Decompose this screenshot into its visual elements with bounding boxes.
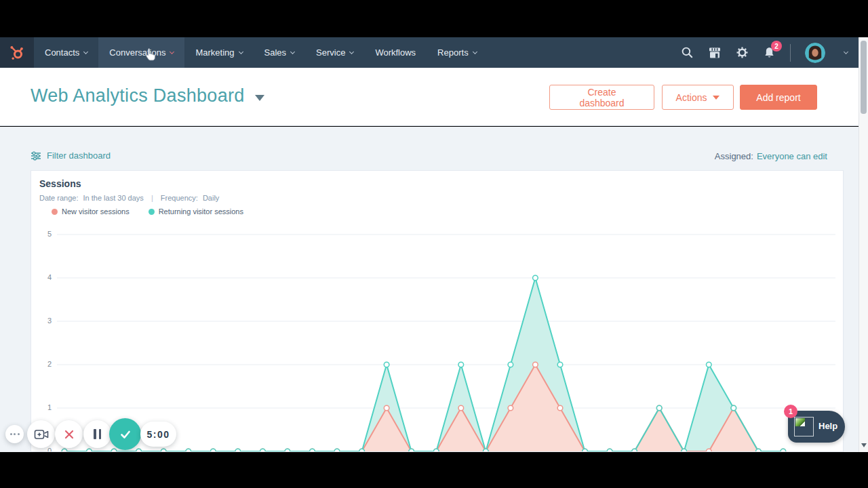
recorder-more-button[interactable] xyxy=(5,425,24,443)
scrollbar-thumb[interactable] xyxy=(861,41,867,114)
check-icon xyxy=(119,428,132,441)
filter-sliders-icon xyxy=(31,151,41,161)
navbar-divider xyxy=(790,44,791,62)
nav-item-label: Conversations xyxy=(109,47,165,58)
screen: Contacts Conversations Marketing Sales S… xyxy=(0,0,868,488)
search-icon[interactable] xyxy=(681,46,694,59)
recorder-timer: 5:00 xyxy=(140,422,176,447)
legend-label: New visitor sessions xyxy=(62,207,130,216)
nav-item-label: Service xyxy=(316,47,345,58)
help-thumbnail-image xyxy=(795,418,805,426)
title-caret-icon xyxy=(255,95,264,101)
chevron-down-icon xyxy=(349,49,354,54)
nav-item-label: Reports xyxy=(437,47,469,58)
recorder-cancel-button[interactable] xyxy=(55,420,83,448)
legend-item-new-visitors[interactable]: New visitor sessions xyxy=(52,207,130,216)
nav-item-workflows[interactable]: Workflows xyxy=(364,37,427,68)
legend-label: Returning visitor sessions xyxy=(159,207,243,216)
assigned-row: Assigned:Everyone can edit xyxy=(715,151,827,161)
report-title: Sessions xyxy=(39,178,81,189)
sprocket-icon xyxy=(8,44,26,62)
legend-dot-salmon xyxy=(52,209,58,215)
assigned-value-link[interactable]: Everyone can edit xyxy=(757,151,827,161)
button-label: Add report xyxy=(756,92,800,103)
letterbox-bottom xyxy=(0,452,868,488)
legend-item-returning-visitors[interactable]: Returning visitor sessions xyxy=(149,207,243,216)
hubspot-logo[interactable] xyxy=(0,37,34,68)
account-chevron-icon[interactable] xyxy=(844,49,848,54)
help-widget-button[interactable]: 1 Help xyxy=(788,411,845,443)
chart-legend: New visitor sessions Returning visitor s… xyxy=(52,207,243,216)
filter-dashboard-link[interactable]: Filter dashboard xyxy=(31,150,111,161)
notification-count-badge: 2 xyxy=(771,41,782,52)
help-badge: 1 xyxy=(784,405,797,418)
sessions-report-card: Sessions Date range: In the last 30 days… xyxy=(31,170,844,452)
nav-item-label: Workflows xyxy=(375,47,416,58)
close-icon xyxy=(64,430,74,439)
page-title: Web Analytics Dashboard xyxy=(31,85,245,106)
vertical-scrollbar xyxy=(859,37,868,452)
nav-item-marketing[interactable]: Marketing xyxy=(184,37,253,68)
actions-button[interactable]: Actions xyxy=(662,85,734,110)
assigned-label: Assigned: xyxy=(715,151,753,161)
recorder-finish-button[interactable] xyxy=(109,418,141,450)
top-navbar: Contacts Conversations Marketing Sales S… xyxy=(0,37,859,68)
nav-item-contacts[interactable]: Contacts xyxy=(34,37,98,68)
help-thumbnail-frame xyxy=(794,417,814,436)
notifications-bell-icon[interactable]: 2 xyxy=(763,46,776,59)
chevron-down-icon xyxy=(83,49,88,54)
letterbox-top xyxy=(0,0,868,37)
nav-item-label: Marketing xyxy=(195,47,234,58)
nav-item-label: Contacts xyxy=(45,47,79,58)
scrollbar-down-arrow[interactable] xyxy=(861,443,867,447)
chevron-down-icon xyxy=(238,49,243,54)
chevron-down-icon xyxy=(290,49,295,54)
chevron-down-icon xyxy=(473,49,477,54)
nav-item-label: Sales xyxy=(264,47,287,58)
marketplace-icon[interactable] xyxy=(708,47,722,59)
meta-separator: | xyxy=(151,194,153,202)
nav-item-sales[interactable]: Sales xyxy=(254,37,306,68)
date-range-value: In the last 30 days xyxy=(83,194,144,202)
avatar[interactable] xyxy=(805,43,825,63)
frequency-value: Daily xyxy=(203,194,219,202)
chevron-down-icon xyxy=(170,49,174,54)
button-label: Actions xyxy=(676,92,707,103)
create-dashboard-button[interactable]: Create dashboard xyxy=(549,85,654,110)
recorder-pause-button[interactable] xyxy=(83,420,111,448)
recorder-camera-button[interactable] xyxy=(27,420,55,448)
legend-dot-teal xyxy=(149,209,155,215)
nav-item-reports[interactable]: Reports xyxy=(427,37,488,68)
caret-down-icon xyxy=(713,96,719,100)
dashboard-title-dropdown[interactable]: Web Analytics Dashboard xyxy=(31,85,264,106)
nav-item-service[interactable]: Service xyxy=(305,37,364,68)
sessions-area-chart xyxy=(31,229,843,452)
navbar-right: 2 xyxy=(681,37,859,68)
report-meta: Date range: In the last 30 days | Freque… xyxy=(39,194,219,202)
page-header: Web Analytics Dashboard Create dashboard… xyxy=(0,68,859,126)
camera-icon xyxy=(34,429,49,440)
frequency-label: Frequency: xyxy=(161,194,198,202)
nav-item-conversations[interactable]: Conversations xyxy=(98,37,184,68)
date-range-label: Date range: xyxy=(39,194,78,202)
settings-gear-icon[interactable] xyxy=(736,46,749,59)
add-report-button[interactable]: Add report xyxy=(740,85,817,110)
button-label: Create dashboard xyxy=(565,87,639,108)
filter-dashboard-label: Filter dashboard xyxy=(47,150,111,161)
help-label: Help xyxy=(818,421,837,431)
